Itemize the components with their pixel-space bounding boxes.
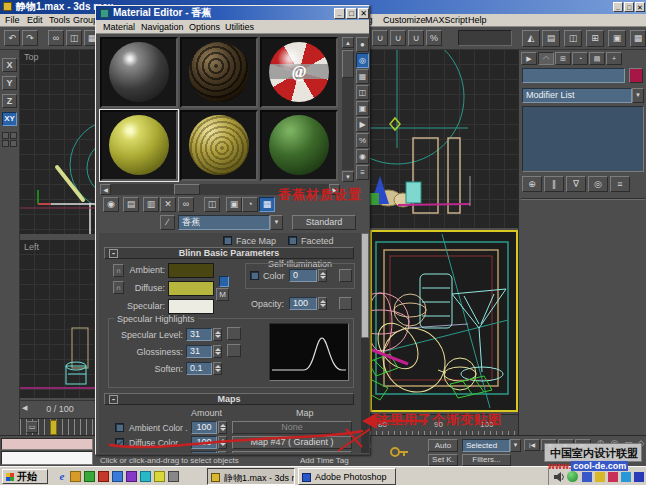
- snap-grid-icon[interactable]: [2, 140, 9, 147]
- me-menu-options[interactable]: Options: [184, 21, 225, 33]
- slots-scroll-down-icon[interactable]: ▼: [342, 171, 354, 182]
- set-key-button[interactable]: Set K.: [428, 454, 458, 466]
- put-to-library-icon[interactable]: ▤: [123, 197, 139, 212]
- tab-motion[interactable]: ◔: [572, 52, 588, 65]
- modifier-list-dropdown[interactable]: Modifier List: [522, 88, 632, 103]
- self-illum-value-field[interactable]: 0: [289, 269, 317, 282]
- time-slider-handle[interactable]: [50, 420, 57, 435]
- main-close-button[interactable]: ✕: [635, 2, 645, 12]
- face-map-checkbox[interactable]: [223, 236, 232, 245]
- tray-icon[interactable]: [595, 472, 605, 482]
- angle-snap-icon[interactable]: ∪: [390, 30, 406, 46]
- slots-scroll-thumb[interactable]: [342, 50, 354, 78]
- main-restore-button[interactable]: □: [624, 2, 634, 12]
- rollout-scroll-thumb[interactable]: [361, 233, 369, 338]
- specular-level-field[interactable]: 31: [186, 328, 212, 341]
- maxscript-mini-listener-white[interactable]: [1, 451, 93, 465]
- taskbar-button-3dsmax[interactable]: 静物1.max - 3ds m...: [207, 468, 295, 485]
- sample-uv-tiling-icon[interactable]: ◫: [356, 85, 369, 100]
- key-filters-button[interactable]: Filters...: [462, 454, 511, 466]
- tab-hierarchy[interactable]: ⊞: [555, 52, 571, 65]
- open-minigraph-icon[interactable]: ▭: [26, 421, 38, 433]
- faceted-checkbox[interactable]: [288, 236, 297, 245]
- me-close-button[interactable]: ✕: [358, 8, 369, 19]
- me-menu-navigation[interactable]: Navigation: [136, 21, 189, 33]
- sample-slot-5[interactable]: [180, 110, 258, 181]
- specular-color-swatch[interactable]: [168, 299, 214, 314]
- auto-key-button[interactable]: Auto: [428, 439, 458, 452]
- self-illum-color-checkbox[interactable]: [250, 271, 259, 280]
- render-icon[interactable]: ▦: [630, 30, 646, 47]
- material-map-navigator-icon[interactable]: ≡: [356, 165, 369, 180]
- material-type-button[interactable]: Standard: [292, 215, 356, 230]
- unlink-icon[interactable]: ◫: [66, 30, 82, 46]
- opacity-spinner[interactable]: [318, 297, 327, 310]
- snap-grid-icon[interactable]: [10, 132, 17, 139]
- sample-type-icon[interactable]: ●: [356, 37, 369, 52]
- network-globe-icon[interactable]: [567, 471, 578, 482]
- named-selection-dropdown[interactable]: [458, 30, 512, 46]
- menu-help[interactable]: Help: [463, 14, 492, 26]
- quicklaunch-icon[interactable]: [112, 471, 123, 482]
- add-time-tag[interactable]: Add Time Tag: [300, 456, 349, 465]
- track-bar-right[interactable]: 80 90 100: [370, 414, 518, 435]
- quicklaunch-icon[interactable]: [126, 471, 137, 482]
- snap-grid-icon[interactable]: [10, 140, 17, 147]
- options-icon[interactable]: %: [356, 133, 369, 148]
- soften-spinner[interactable]: [213, 362, 222, 375]
- slots-scroll-up-icon[interactable]: ▲: [342, 37, 354, 48]
- slots-hscrollbar[interactable]: [111, 184, 329, 195]
- axis-xy-button[interactable]: XY: [2, 112, 17, 126]
- percent-snap-icon[interactable]: ∪: [408, 30, 424, 46]
- make-preview-icon[interactable]: ▶: [356, 117, 369, 132]
- put-to-scene-icon[interactable]: ◫: [204, 197, 220, 212]
- pick-material-eyedropper-icon[interactable]: ∕: [160, 215, 175, 230]
- self-illum-map-button[interactable]: [339, 269, 352, 282]
- ie-quicklaunch-icon[interactable]: e: [56, 470, 68, 482]
- glossiness-field[interactable]: 31: [186, 345, 212, 358]
- background-icon[interactable]: ▦: [356, 69, 369, 84]
- axis-x-button[interactable]: X: [2, 58, 17, 72]
- quicklaunch-icon[interactable]: [98, 471, 109, 482]
- redo-icon[interactable]: ↷: [22, 30, 38, 46]
- slots-scroll-left-icon[interactable]: ◀: [100, 184, 111, 195]
- time-slider-left-arrow[interactable]: ◀: [22, 404, 27, 412]
- lock-maps-icon[interactable]: [219, 276, 229, 287]
- sample-slot-4-active[interactable]: [100, 110, 178, 181]
- menu-file[interactable]: File: [0, 14, 25, 26]
- diffuse-map-checkbox[interactable]: ✓: [115, 438, 124, 447]
- diffuse-color-swatch[interactable]: [168, 281, 214, 296]
- specular-level-spinner[interactable]: [213, 328, 222, 341]
- tab-modify[interactable]: ◠: [538, 52, 554, 65]
- go-backward-icon[interactable]: ◔: [242, 197, 258, 212]
- modifier-list-arrow-icon[interactable]: ▼: [632, 88, 644, 103]
- remove-modifier-icon[interactable]: ◎: [588, 176, 608, 192]
- diffuse-map-shortcut-button[interactable]: M: [216, 288, 229, 301]
- layer-manager-icon[interactable]: ◫: [564, 30, 582, 47]
- tray-icon[interactable]: [608, 472, 618, 482]
- viewport-top-right[interactable]: [370, 50, 518, 228]
- glossiness-map-button[interactable]: [227, 344, 241, 357]
- specular-amount-field[interactable]: 100: [191, 451, 217, 453]
- specular-amount-spinner[interactable]: [218, 451, 227, 453]
- main-minimize-button[interactable]: _: [613, 2, 623, 12]
- diffuse-amount-field[interactable]: 100: [191, 436, 217, 449]
- assign-to-selection-icon[interactable]: ▥: [143, 197, 159, 212]
- slots-scroll-right-icon[interactable]: ▶: [329, 184, 340, 195]
- tab-utilities[interactable]: +: [606, 52, 622, 65]
- glossiness-spinner[interactable]: [213, 345, 222, 358]
- quicklaunch-icon[interactable]: [168, 471, 179, 482]
- curve-editor-icon[interactable]: ⊞: [586, 30, 604, 47]
- mirror-icon[interactable]: ◭: [522, 30, 540, 47]
- blinn-rollout-header[interactable]: - Blinn Basic Parameters: [104, 247, 354, 259]
- ambient-amount-spinner[interactable]: [218, 421, 227, 434]
- maxscript-mini-listener-pink[interactable]: [1, 438, 93, 450]
- tray-icon[interactable]: [634, 472, 644, 482]
- show-map-in-viewport-icon[interactable]: ▦: [259, 197, 275, 212]
- selection-filter-arrow-icon[interactable]: ▼: [510, 439, 521, 452]
- material-name-arrow-icon[interactable]: ▼: [270, 215, 283, 230]
- sample-slot-6[interactable]: [260, 110, 338, 181]
- me-menu-utilities[interactable]: Utilities: [220, 21, 259, 33]
- opacity-map-button[interactable]: [339, 297, 352, 310]
- object-color-swatch[interactable]: [629, 68, 643, 83]
